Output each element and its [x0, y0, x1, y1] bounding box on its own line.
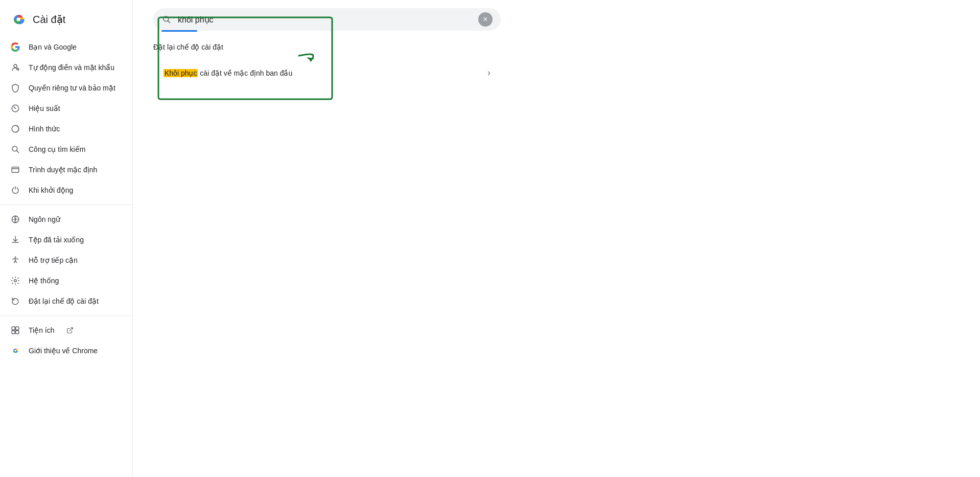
- chrome-info-icon: [10, 346, 20, 356]
- sidebar-label-tien-ich: Tiện ích: [29, 326, 55, 334]
- svg-rect-9: [12, 167, 19, 173]
- sidebar-label-dat-lai-che-do: Đặt lại chế độ cài đặt: [29, 297, 99, 305]
- sidebar-label-tep-da-tai-xuong: Tệp đã tải xuống: [29, 236, 84, 244]
- sidebar-item-gioi-thieu[interactable]: Giới thiệu về Chrome: [0, 340, 128, 361]
- svg-rect-16: [12, 331, 15, 334]
- sidebar-divider-1: [0, 205, 132, 205]
- sidebar-item-tu-dong-dien[interactable]: Tự động điền và mật khẩu: [0, 57, 128, 78]
- download-icon: [10, 235, 20, 245]
- restore-rest: cài đặt về mặc định ban đầu: [198, 69, 292, 77]
- svg-rect-15: [16, 327, 19, 330]
- section-title: Đặt lại chế độ cài đặt: [153, 43, 960, 51]
- sidebar-item-he-thong[interactable]: Hệ thống: [0, 270, 128, 291]
- sidebar-label-he-thong: Hệ thống: [29, 277, 59, 285]
- sidebar-label-trinh-duyet-mac-dinh: Trình duyệt mặc định: [29, 166, 97, 174]
- app-title: Cài đặt: [33, 13, 65, 26]
- svg-point-6: [15, 108, 16, 109]
- svg-point-1: [17, 18, 20, 21]
- svg-point-13: [14, 280, 17, 282]
- extensions-icon: [10, 325, 20, 335]
- shield-icon: [10, 83, 20, 93]
- sidebar-label-gioi-thieu: Giới thiệu về Chrome: [29, 347, 98, 355]
- gauge-icon: [10, 103, 20, 113]
- sidebar-item-tien-ich[interactable]: Tiện ích: [0, 320, 128, 340]
- password-icon: [10, 62, 20, 73]
- language-icon: [10, 214, 20, 224]
- appearance-icon: [10, 124, 20, 134]
- settings-card: Khôi phục cài đặt về mặc định ban đầu ›: [153, 59, 501, 86]
- search-clear-button[interactable]: ×: [478, 12, 493, 27]
- search-bar: ×: [153, 8, 501, 31]
- sidebar-label-ban-va-google: Bạn và Google: [29, 43, 77, 51]
- svg-rect-17: [16, 331, 19, 334]
- sidebar-label-cong-cu-tim-kiem: Công cụ tìm kiếm: [29, 145, 85, 153]
- external-link-icon: [65, 325, 75, 335]
- sidebar-label-ho-tro-tiep-can: Hỗ trợ tiếp cận: [29, 256, 78, 264]
- sidebar-header: Cài đặt: [0, 6, 132, 37]
- restore-defaults-text: Khôi phục cài đặt về mặc định ban đầu: [164, 69, 292, 77]
- accessibility-icon: [10, 255, 20, 265]
- sidebar: Cài đặt Bạn và Google Tự động điền và mậ…: [0, 0, 133, 477]
- google-icon: [10, 42, 20, 52]
- svg-point-2: [14, 64, 17, 67]
- sidebar-label-ngon-ngu: Ngôn ngữ: [29, 215, 60, 223]
- sidebar-divider-2: [0, 315, 132, 316]
- search-underline: [161, 30, 197, 32]
- sidebar-item-ngon-ngu[interactable]: Ngôn ngữ: [0, 209, 128, 230]
- restore-defaults-row[interactable]: Khôi phục cài đặt về mặc định ban đầu ›: [153, 59, 501, 86]
- sidebar-label-khi-khoi-dong: Khi khởi động: [29, 186, 73, 194]
- search-clear-icon: ×: [483, 15, 487, 24]
- main-content: × Đặt lại chế độ cài đặt Khôi phục cài đ…: [133, 0, 980, 477]
- sidebar-label-hieu-suat: Hiệu suất: [29, 104, 60, 112]
- power-icon: [10, 185, 20, 195]
- chevron-right-icon: ›: [487, 67, 491, 78]
- search-icon: [10, 144, 20, 154]
- sidebar-item-ban-va-google[interactable]: Bạn và Google: [0, 37, 128, 57]
- sidebar-item-trinh-duyet-mac-dinh[interactable]: Trình duyệt mặc định: [0, 160, 128, 180]
- search-bar-icon: [161, 14, 172, 25]
- svg-point-12: [15, 257, 16, 258]
- restore-highlight: Khôi phục: [164, 69, 198, 77]
- chrome-logo: [10, 11, 27, 28]
- sidebar-item-ho-tro-tiep-can[interactable]: Hỗ trợ tiếp cận: [0, 250, 128, 270]
- browser-icon: [10, 165, 20, 175]
- sidebar-label-quyen-rieng-tu: Quyền riêng tư và bảo mật: [29, 84, 115, 92]
- sidebar-item-hinh-thuc[interactable]: Hình thức: [0, 119, 128, 139]
- sidebar-item-hieu-suat[interactable]: Hiệu suất: [0, 98, 128, 119]
- sidebar-item-cong-cu-tim-kiem[interactable]: Công cụ tìm kiếm: [0, 139, 128, 160]
- sidebar-label-hinh-thuc: Hình thức: [29, 125, 60, 133]
- svg-point-19: [14, 350, 16, 351]
- sidebar-item-tep-da-tai-xuong[interactable]: Tệp đã tải xuống: [0, 230, 128, 250]
- system-icon: [10, 276, 20, 286]
- search-wrapper: ×: [153, 0, 960, 43]
- svg-rect-14: [12, 327, 15, 330]
- sidebar-item-quyen-rieng-tu[interactable]: Quyền riêng tư và bảo mật: [0, 78, 128, 98]
- sidebar-item-dat-lai-che-do[interactable]: Đặt lại chế độ cài đặt: [0, 291, 128, 311]
- sidebar-label-tu-dong-dien: Tự động điền và mật khẩu: [29, 63, 114, 72]
- sidebar-item-khi-khoi-dong[interactable]: Khi khởi động: [0, 180, 128, 200]
- search-input[interactable]: [178, 15, 472, 24]
- reset-icon: [10, 296, 20, 306]
